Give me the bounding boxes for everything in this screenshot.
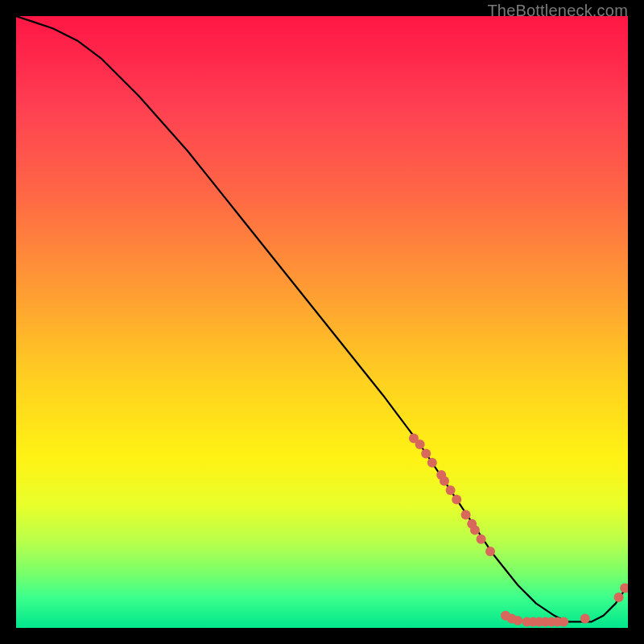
data-point: [620, 584, 628, 593]
data-point: [461, 510, 471, 519]
chart-frame: TheBottleneck.com: [16, 16, 628, 628]
data-point: [415, 440, 425, 449]
data-point: [485, 547, 495, 556]
data-point: [477, 535, 486, 544]
data-point: [440, 477, 449, 486]
data-point: [452, 494, 461, 504]
data-point: [421, 448, 431, 458]
data-point: [446, 485, 456, 495]
data-point: [470, 525, 480, 535]
data-point: [580, 614, 590, 624]
data-point: [559, 617, 568, 626]
data-point: [614, 592, 624, 602]
data-point: [513, 616, 522, 625]
bottleneck-curve: [16, 16, 628, 621]
highlighted-points-group: [409, 433, 628, 626]
data-point: [427, 458, 437, 468]
chart-overlay: [16, 16, 628, 628]
